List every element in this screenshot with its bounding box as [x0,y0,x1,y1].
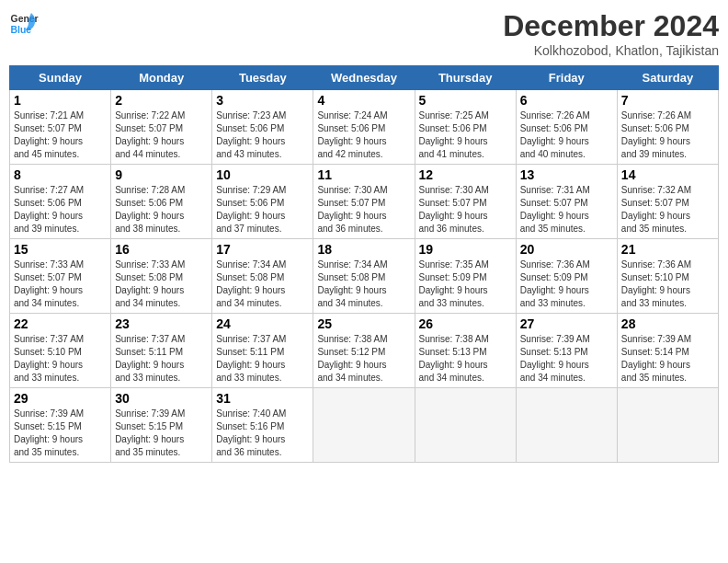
day-info: Sunrise: 7:37 AM Sunset: 5:11 PM Dayligh… [115,333,208,385]
day-cell: 6Sunrise: 7:26 AM Sunset: 5:06 PM Daylig… [516,90,617,165]
day-cell: 18Sunrise: 7:34 AM Sunset: 5:08 PM Dayli… [313,239,415,314]
calendar-table: SundayMondayTuesdayWednesdayThursdayFrid… [9,65,719,463]
day-cell: 3Sunrise: 7:23 AM Sunset: 5:06 PM Daylig… [212,90,313,165]
day-info: Sunrise: 7:38 AM Sunset: 5:12 PM Dayligh… [317,333,410,385]
week-row-5: 29Sunrise: 7:39 AM Sunset: 5:15 PM Dayli… [10,388,719,463]
day-info: Sunrise: 7:28 AM Sunset: 5:06 PM Dayligh… [115,184,208,236]
day-number: 10 [216,167,309,182]
col-header-tuesday: Tuesday [212,66,313,90]
day-cell [617,388,718,463]
day-cell: 31Sunrise: 7:40 AM Sunset: 5:16 PM Dayli… [212,388,313,463]
day-info: Sunrise: 7:31 AM Sunset: 5:07 PM Dayligh… [520,184,613,236]
week-row-1: 1Sunrise: 7:21 AM Sunset: 5:07 PM Daylig… [10,90,719,165]
day-info: Sunrise: 7:25 AM Sunset: 5:06 PM Dayligh… [419,109,512,161]
col-header-friday: Friday [516,66,617,90]
day-number: 21 [621,242,714,257]
day-cell: 30Sunrise: 7:39 AM Sunset: 5:15 PM Dayli… [111,388,212,463]
day-info: Sunrise: 7:37 AM Sunset: 5:11 PM Dayligh… [216,333,309,385]
day-number: 27 [520,316,613,331]
day-cell: 20Sunrise: 7:36 AM Sunset: 5:09 PM Dayli… [516,239,617,314]
col-header-monday: Monday [111,66,212,90]
day-info: Sunrise: 7:26 AM Sunset: 5:06 PM Dayligh… [621,109,714,161]
day-info: Sunrise: 7:24 AM Sunset: 5:06 PM Dayligh… [317,109,410,161]
logo-icon: General Blue [9,9,39,39]
day-info: Sunrise: 7:23 AM Sunset: 5:06 PM Dayligh… [216,109,309,161]
day-cell [313,388,415,463]
day-info: Sunrise: 7:29 AM Sunset: 5:06 PM Dayligh… [216,184,309,236]
day-info: Sunrise: 7:34 AM Sunset: 5:08 PM Dayligh… [216,259,309,310]
day-number: 22 [14,316,107,331]
week-row-3: 15Sunrise: 7:33 AM Sunset: 5:07 PM Dayli… [10,239,719,314]
day-cell: 22Sunrise: 7:37 AM Sunset: 5:10 PM Dayli… [10,314,111,388]
day-info: Sunrise: 7:33 AM Sunset: 5:07 PM Dayligh… [14,259,107,310]
day-info: Sunrise: 7:36 AM Sunset: 5:09 PM Dayligh… [520,259,613,310]
header-row: SundayMondayTuesdayWednesdayThursdayFrid… [10,66,719,90]
day-cell: 11Sunrise: 7:30 AM Sunset: 5:07 PM Dayli… [313,165,415,239]
day-cell: 16Sunrise: 7:33 AM Sunset: 5:08 PM Dayli… [111,239,212,314]
day-number: 23 [115,316,208,331]
day-info: Sunrise: 7:26 AM Sunset: 5:06 PM Dayligh… [520,109,613,161]
page-header: General Blue December 2024 Kolkhozobod, … [9,9,719,58]
day-info: Sunrise: 7:39 AM Sunset: 5:13 PM Dayligh… [520,333,613,385]
logo: General Blue [9,9,39,39]
col-header-sunday: Sunday [10,66,111,90]
day-info: Sunrise: 7:21 AM Sunset: 5:07 PM Dayligh… [14,109,107,161]
day-number: 24 [216,316,309,331]
day-cell: 28Sunrise: 7:39 AM Sunset: 5:14 PM Dayli… [617,314,718,388]
day-number: 26 [419,316,512,331]
day-cell: 8Sunrise: 7:27 AM Sunset: 5:06 PM Daylig… [10,165,111,239]
day-number: 1 [14,93,107,108]
day-cell: 4Sunrise: 7:24 AM Sunset: 5:06 PM Daylig… [313,90,415,165]
day-info: Sunrise: 7:38 AM Sunset: 5:13 PM Dayligh… [419,333,512,385]
day-cell: 21Sunrise: 7:36 AM Sunset: 5:10 PM Dayli… [617,239,718,314]
col-header-wednesday: Wednesday [313,66,415,90]
day-number: 19 [419,242,512,257]
day-cell: 24Sunrise: 7:37 AM Sunset: 5:11 PM Dayli… [212,314,313,388]
day-number: 25 [317,316,410,331]
week-row-2: 8Sunrise: 7:27 AM Sunset: 5:06 PM Daylig… [10,165,719,239]
day-cell: 13Sunrise: 7:31 AM Sunset: 5:07 PM Dayli… [516,165,617,239]
day-cell: 14Sunrise: 7:32 AM Sunset: 5:07 PM Dayli… [617,165,718,239]
day-number: 15 [14,242,107,257]
day-cell: 26Sunrise: 7:38 AM Sunset: 5:13 PM Dayli… [415,314,516,388]
day-number: 2 [115,93,208,108]
day-number: 9 [115,167,208,182]
day-cell: 17Sunrise: 7:34 AM Sunset: 5:08 PM Dayli… [212,239,313,314]
day-cell: 27Sunrise: 7:39 AM Sunset: 5:13 PM Dayli… [516,314,617,388]
col-header-saturday: Saturday [617,66,718,90]
day-cell: 10Sunrise: 7:29 AM Sunset: 5:06 PM Dayli… [212,165,313,239]
day-cell: 1Sunrise: 7:21 AM Sunset: 5:07 PM Daylig… [10,90,111,165]
day-info: Sunrise: 7:32 AM Sunset: 5:07 PM Dayligh… [621,184,714,236]
day-info: Sunrise: 7:27 AM Sunset: 5:06 PM Dayligh… [14,184,107,236]
day-number: 16 [115,242,208,257]
day-info: Sunrise: 7:36 AM Sunset: 5:10 PM Dayligh… [621,259,714,310]
day-info: Sunrise: 7:33 AM Sunset: 5:08 PM Dayligh… [115,259,208,310]
day-info: Sunrise: 7:34 AM Sunset: 5:08 PM Dayligh… [317,259,410,310]
day-number: 4 [317,93,410,108]
day-number: 17 [216,242,309,257]
day-number: 20 [520,242,613,257]
location: Kolkhozobod, Khatlon, Tajikistan [503,43,719,58]
day-cell: 2Sunrise: 7:22 AM Sunset: 5:07 PM Daylig… [111,90,212,165]
day-info: Sunrise: 7:35 AM Sunset: 5:09 PM Dayligh… [419,259,512,310]
day-cell: 12Sunrise: 7:30 AM Sunset: 5:07 PM Dayli… [415,165,516,239]
day-number: 18 [317,242,410,257]
day-number: 11 [317,167,410,182]
day-number: 31 [216,391,309,406]
title-block: December 2024 Kolkhozobod, Khatlon, Taji… [503,9,719,58]
day-cell: 23Sunrise: 7:37 AM Sunset: 5:11 PM Dayli… [111,314,212,388]
day-cell: 25Sunrise: 7:38 AM Sunset: 5:12 PM Dayli… [313,314,415,388]
day-number: 7 [621,93,714,108]
day-info: Sunrise: 7:22 AM Sunset: 5:07 PM Dayligh… [115,109,208,161]
day-number: 28 [621,316,714,331]
day-number: 29 [14,391,107,406]
month-title: December 2024 [503,9,719,43]
day-cell: 5Sunrise: 7:25 AM Sunset: 5:06 PM Daylig… [415,90,516,165]
day-number: 12 [419,167,512,182]
day-info: Sunrise: 7:39 AM Sunset: 5:15 PM Dayligh… [14,408,107,459]
day-cell: 29Sunrise: 7:39 AM Sunset: 5:15 PM Dayli… [10,388,111,463]
day-cell [516,388,617,463]
week-row-4: 22Sunrise: 7:37 AM Sunset: 5:10 PM Dayli… [10,314,719,388]
day-info: Sunrise: 7:40 AM Sunset: 5:16 PM Dayligh… [216,408,309,459]
day-cell: 15Sunrise: 7:33 AM Sunset: 5:07 PM Dayli… [10,239,111,314]
